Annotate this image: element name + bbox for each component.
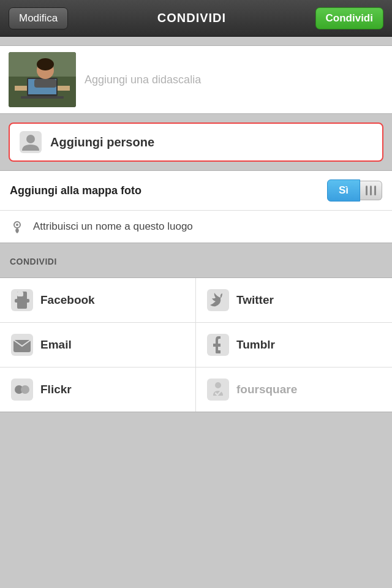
handle-bar-2: [370, 186, 372, 195]
navbar-title: CONDIVIDI: [157, 11, 226, 25]
share-item-foursquare[interactable]: foursquare: [196, 368, 392, 412]
share-item-tumblr[interactable]: Tumblr: [196, 323, 392, 368]
condividi-button[interactable]: Condividi: [315, 7, 383, 29]
flickr-icon: [11, 379, 33, 401]
handle-bar-1: [366, 186, 368, 195]
svg-rect-15: [15, 299, 29, 303]
svg-rect-7: [34, 79, 56, 88]
svg-point-12: [16, 224, 18, 226]
svg-point-10: [26, 135, 35, 143]
svg-rect-16: [17, 292, 23, 296]
main-content: Aggiungi una didascalia Aggiungi persone…: [0, 37, 392, 421]
twitter-label: Twitter: [236, 293, 274, 307]
share-item-twitter[interactable]: Twitter: [196, 278, 392, 323]
map-toggle-row: Aggiungi alla mappa foto Sì: [0, 171, 392, 211]
toggle-container: Sì: [327, 179, 382, 202]
svg-rect-24: [207, 379, 229, 401]
foursquare-icon: [207, 379, 229, 401]
add-people-card[interactable]: Aggiungi persone: [9, 123, 383, 162]
map-label: Aggiungi alla mappa foto: [10, 184, 141, 197]
facebook-label: Facebook: [40, 293, 95, 307]
location-row[interactable]: Attribuisci un nome a questo luogo: [0, 211, 392, 243]
email-icon: [11, 334, 33, 356]
foursquare-label: foursquare: [236, 383, 297, 396]
share-section-header: CONDIVIDI: [0, 252, 392, 269]
caption-row: Aggiungi una didascalia: [9, 52, 383, 107]
toggle-handle[interactable]: [360, 181, 382, 200]
photo-image: [9, 52, 76, 107]
share-item-facebook[interactable]: Facebook: [0, 278, 196, 323]
share-grid-card: Facebook Twitter Email: [0, 277, 392, 412]
modifica-button[interactable]: Modifica: [9, 7, 68, 29]
navbar: Modifica CONDIVIDI Condividi: [0, 0, 392, 37]
svg-rect-5: [21, 96, 64, 99]
share-item-email[interactable]: Email: [0, 323, 196, 368]
caption-card: Aggiungi una didascalia: [0, 45, 392, 114]
toggle-on-button[interactable]: Sì: [327, 179, 360, 202]
svg-point-25: [215, 382, 221, 388]
flickr-label: Flickr: [40, 383, 72, 396]
tumblr-icon: [207, 334, 229, 356]
twitter-icon: [207, 289, 229, 311]
share-grid: Facebook Twitter Email: [0, 278, 392, 412]
photo-thumbnail: [9, 52, 76, 107]
map-card: Aggiungi alla mappa foto Sì Attribuisci …: [0, 170, 392, 243]
facebook-icon: [11, 289, 33, 311]
email-label: Email: [40, 338, 72, 352]
caption-input[interactable]: Aggiungi una didascalia: [85, 74, 383, 86]
add-people-label: Aggiungi persone: [50, 135, 154, 149]
svg-point-23: [21, 385, 29, 394]
location-pin-icon: [10, 219, 24, 234]
person-icon: [20, 131, 42, 153]
tumblr-label: Tumblr: [236, 338, 275, 352]
handle-bar-3: [374, 186, 376, 195]
svg-point-8: [37, 58, 54, 70]
share-item-flickr[interactable]: Flickr: [0, 368, 196, 412]
location-label: Attribuisci un nome a questo luogo: [33, 221, 193, 233]
